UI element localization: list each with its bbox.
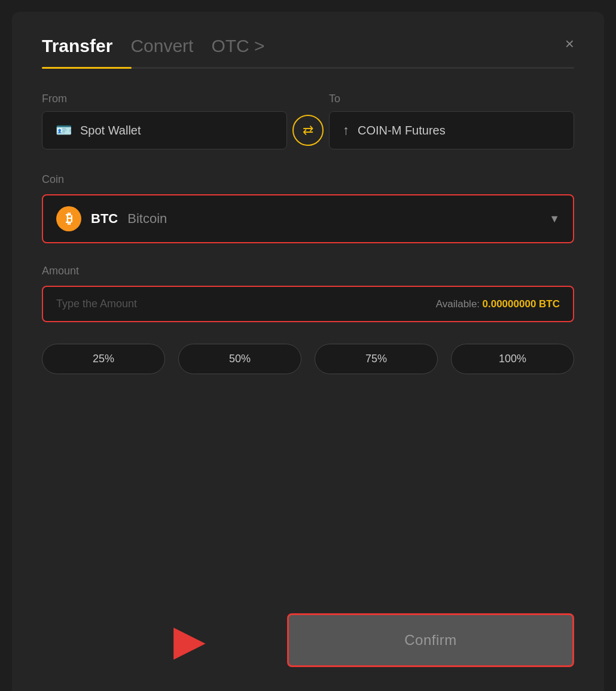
percent-50-button[interactable]: 50% [178, 344, 301, 374]
percent-75-button[interactable]: 75% [315, 344, 438, 374]
tab-underline-row [42, 67, 574, 69]
modal-header: Transfer Convert OTC > × [42, 36, 574, 56]
swap-btn-wrap: ⇄ [287, 115, 329, 146]
available-label: Available: [436, 298, 480, 310]
to-label: To [329, 93, 340, 105]
available-display: Available: 0.00000000 BTC [436, 298, 560, 310]
to-wallet-box[interactable]: ↑ COIN-M Futures [329, 111, 574, 149]
amount-input-box: Available: 0.00000000 BTC [42, 286, 574, 322]
from-wallet-name: Spot Wallet [80, 124, 141, 137]
from-to-labels: From To [42, 93, 574, 105]
coin-label: Coin [42, 173, 574, 186]
tab-otc[interactable]: OTC > [211, 36, 264, 56]
wallet-card-icon: 🪪 [56, 123, 72, 138]
coin-full-name: Bitcoin [127, 211, 167, 227]
swap-button[interactable]: ⇄ [292, 115, 324, 146]
transfer-modal: Transfer Convert OTC > × From To 🪪 Spot … [12, 12, 604, 691]
amount-label: Amount [42, 265, 574, 277]
percent-row: 25% 50% 75% 100% [42, 344, 574, 374]
btc-letter: ₿ [66, 211, 72, 227]
tab-convert[interactable]: Convert [130, 36, 193, 56]
from-label: From [42, 93, 67, 105]
swap-icon: ⇄ [303, 123, 313, 138]
wallet-row: 🪪 Spot Wallet ⇄ ↑ COIN-M Futures [42, 111, 574, 149]
chevron-down-icon: ▼ [549, 213, 560, 225]
percent-25-button[interactable]: 25% [42, 344, 165, 374]
coin-dropdown[interactable]: ₿ BTC Bitcoin ▼ [42, 194, 574, 243]
btc-icon: ₿ [56, 206, 81, 231]
bottom-section: ▶ Confirm [42, 613, 574, 667]
arrow-indicator: ▶ [173, 616, 206, 665]
futures-icon: ↑ [343, 123, 349, 138]
amount-section: Amount Available: 0.00000000 BTC [42, 265, 574, 322]
available-value: 0.00000000 BTC [483, 298, 560, 310]
close-button[interactable]: × [565, 36, 574, 51]
percent-100-button[interactable]: 100% [451, 344, 574, 374]
tab-transfer[interactable]: Transfer [42, 36, 112, 56]
from-wallet-box[interactable]: 🪪 Spot Wallet [42, 111, 287, 149]
coin-section: Coin ₿ BTC Bitcoin ▼ [42, 173, 574, 243]
amount-input[interactable] [56, 298, 176, 310]
confirm-button[interactable]: Confirm [287, 613, 574, 667]
active-tab-underline [42, 67, 132, 69]
to-wallet-name: COIN-M Futures [358, 124, 446, 137]
coin-symbol: BTC [91, 211, 118, 227]
